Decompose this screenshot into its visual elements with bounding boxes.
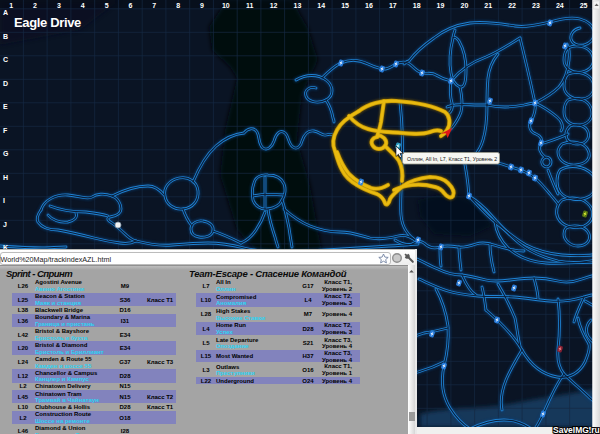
svg-text:J: J — [3, 221, 7, 228]
svg-text:10: 10 — [222, 2, 230, 9]
svg-text:20: 20 — [461, 2, 469, 9]
svg-text:11: 11 — [246, 2, 254, 9]
svg-text:4: 4 — [81, 2, 85, 9]
svg-text:16: 16 — [365, 2, 373, 9]
svg-text:22: 22 — [508, 2, 516, 9]
svg-text:13: 13 — [294, 2, 302, 9]
svg-text:17: 17 — [389, 2, 397, 9]
svg-text:25: 25 — [580, 2, 588, 9]
svg-text:15: 15 — [341, 2, 349, 9]
svg-text:19: 19 — [437, 2, 445, 9]
svg-text:H: H — [3, 174, 8, 181]
svg-text:9: 9 — [200, 2, 204, 9]
svg-text:12: 12 — [270, 2, 278, 9]
svg-text:D: D — [3, 80, 8, 87]
svg-text:Eagle Drive: Eagle Drive — [14, 15, 81, 30]
svg-text:C: C — [3, 56, 8, 63]
svg-text:7: 7 — [152, 2, 156, 9]
svg-text:3: 3 — [57, 2, 61, 9]
svg-text:18: 18 — [413, 2, 421, 9]
svg-text:24: 24 — [556, 2, 564, 9]
svg-text:8: 8 — [176, 2, 180, 9]
svg-text:6: 6 — [128, 2, 132, 9]
svg-text:23: 23 — [532, 2, 540, 9]
svg-text:1: 1 — [9, 2, 13, 9]
svg-text:A: A — [3, 9, 8, 16]
svg-text:2: 2 — [33, 2, 37, 9]
svg-text:21: 21 — [484, 2, 492, 9]
svg-text:G: G — [3, 150, 9, 157]
svg-text:B: B — [3, 33, 8, 40]
svg-text:I: I — [3, 197, 5, 204]
svg-text:F: F — [3, 127, 8, 134]
svg-text:Оллин, All In, L7, Класс T1, У: Оллин, All In, L7, Класс T1, Уровень 2 — [407, 156, 498, 162]
svg-text:14: 14 — [317, 2, 325, 9]
svg-text:E: E — [3, 103, 8, 110]
svg-text:5: 5 — [105, 2, 109, 9]
